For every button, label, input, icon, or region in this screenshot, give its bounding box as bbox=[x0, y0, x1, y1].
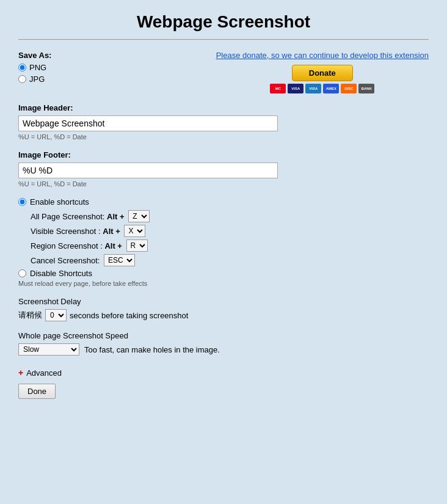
visible-label: Visible Screenshot : bbox=[31, 227, 101, 236]
image-header-label: Image Header: bbox=[18, 103, 429, 112]
discover-icon: DISC bbox=[341, 84, 357, 93]
visa-icon: VISA bbox=[288, 84, 303, 93]
image-header-hint: %U = URL, %D = Date bbox=[18, 133, 429, 141]
visible-shortcut: Visible Screenshot : Alt + XAB bbox=[31, 225, 429, 237]
png-radio[interactable] bbox=[18, 64, 26, 71]
speed-section: Whole page Screenshot Speed SlowMediumFa… bbox=[18, 331, 429, 356]
cancel-key-select[interactable]: ESCF1 bbox=[104, 254, 135, 266]
region-bold: Alt + bbox=[104, 241, 122, 250]
amex-icon: AMEX bbox=[323, 84, 339, 93]
done-button[interactable]: Done bbox=[18, 384, 56, 399]
image-footer-hint: %U = URL, %D = Date bbox=[18, 180, 429, 188]
reload-hint: Must reload every page, before take effe… bbox=[18, 280, 429, 287]
visible-key-select[interactable]: XAB bbox=[124, 225, 145, 237]
speed-hint: Too fast, can make holes in the image. bbox=[84, 345, 220, 354]
donate-button[interactable]: Donate bbox=[292, 65, 353, 81]
delay-section: Screenshot Delay 请稍候 012345 seconds befo… bbox=[18, 297, 429, 321]
advanced-plus: + bbox=[18, 368, 23, 378]
enable-shortcuts-label: Enable shortcuts bbox=[30, 197, 89, 206]
delay-label: Screenshot Delay bbox=[18, 297, 429, 306]
image-footer-input[interactable] bbox=[18, 163, 278, 178]
jpg-radio-row: JPG bbox=[18, 75, 51, 84]
save-as-label: Save As: bbox=[18, 51, 51, 60]
png-radio-row: PNG bbox=[18, 63, 51, 72]
enable-shortcuts-radio[interactable] bbox=[18, 198, 26, 206]
bank-icon: BANK bbox=[358, 84, 374, 93]
delay-value-select[interactable]: 012345 bbox=[45, 309, 67, 321]
region-key-select[interactable]: RAB bbox=[126, 239, 148, 252]
delay-row: 请稍候 012345 seconds before taking screens… bbox=[18, 309, 429, 321]
mastercard-icon: MC bbox=[270, 84, 286, 93]
advanced-row: + Advanced bbox=[18, 368, 429, 378]
card-icons: MC VISA VISA AMEX DISC BANK bbox=[216, 84, 429, 93]
jpg-label: JPG bbox=[29, 75, 45, 84]
disable-shortcuts-row: Disable Shortcuts bbox=[18, 269, 429, 278]
delay-suffix: seconds before taking screenshot bbox=[70, 311, 188, 320]
all-page-key-select[interactable]: ZABC bbox=[128, 210, 150, 222]
speed-select[interactable]: SlowMediumFast bbox=[18, 343, 79, 356]
png-label: PNG bbox=[29, 63, 46, 72]
region-shortcut: Region Screenshot : Alt + RAB bbox=[31, 239, 429, 252]
divider bbox=[18, 39, 429, 40]
image-header-section: Image Header: %U = URL, %D = Date bbox=[18, 103, 429, 141]
save-as-section: Save As: PNG JPG bbox=[18, 51, 51, 86]
disable-shortcuts-radio[interactable] bbox=[18, 269, 26, 277]
jpg-radio[interactable] bbox=[18, 75, 26, 83]
all-page-bold: Alt + bbox=[107, 212, 125, 221]
speed-row: SlowMediumFast Too fast, can make holes … bbox=[18, 343, 429, 356]
donate-link[interactable]: Please donate, so we can continue to dev… bbox=[216, 51, 429, 60]
visible-bold: Alt + bbox=[103, 227, 120, 236]
shortcuts-section: Enable shortcuts All Page Screenshot: Al… bbox=[18, 197, 429, 287]
image-header-input[interactable] bbox=[18, 115, 278, 131]
region-label: Region Screenshot : bbox=[31, 241, 103, 250]
disable-shortcuts-label: Disable Shortcuts bbox=[30, 269, 92, 278]
image-footer-section: Image Footer: %U = URL, %D = Date bbox=[18, 150, 429, 188]
image-footer-label: Image Footer: bbox=[18, 150, 429, 159]
top-section: Save As: PNG JPG Please donate, so we ca… bbox=[18, 51, 429, 93]
visa2-icon: VISA bbox=[305, 84, 321, 93]
all-page-shortcut: All Page Screenshot: Alt + ZABC bbox=[31, 210, 429, 222]
cancel-shortcut: Cancel Screenshot: ESCF1 bbox=[31, 254, 429, 266]
page-title: Webpage Screenshot bbox=[18, 12, 429, 32]
advanced-link[interactable]: Advanced bbox=[26, 368, 62, 378]
delay-chinese-label: 请稍候 bbox=[18, 310, 42, 321]
enable-shortcuts-row: Enable shortcuts bbox=[18, 197, 429, 206]
donate-section: Please donate, so we can continue to dev… bbox=[216, 51, 429, 93]
speed-label: Whole page Screenshot Speed bbox=[18, 331, 429, 340]
cancel-label: Cancel Screenshot: bbox=[31, 256, 100, 265]
all-page-label: All Page Screenshot: bbox=[31, 212, 104, 221]
